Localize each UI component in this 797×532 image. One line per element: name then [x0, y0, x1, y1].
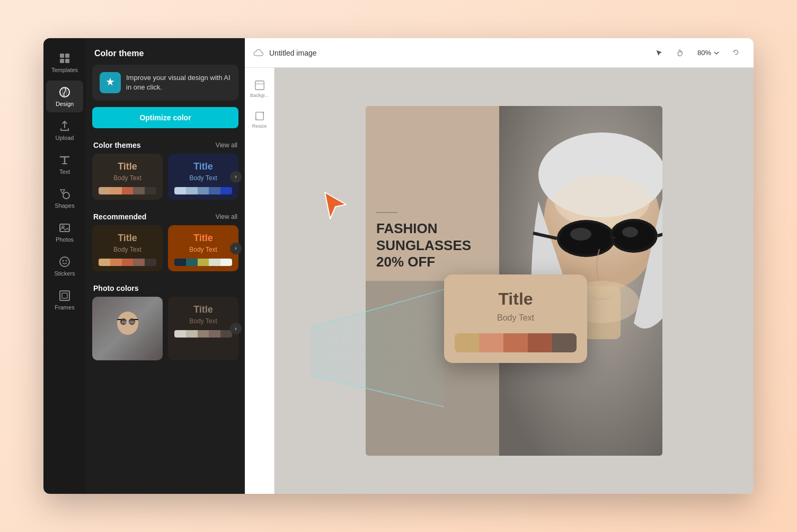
- svg-rect-7: [60, 224, 69, 232]
- frames-icon: [58, 289, 71, 302]
- sidebar-item-templates[interactable]: Templates: [46, 47, 83, 78]
- cursor-tool-button[interactable]: [651, 45, 668, 61]
- theme-card-warm-body: Body Text: [99, 174, 156, 182]
- topbar-left: Untitled image: [253, 48, 644, 58]
- sidebar-item-design[interactable]: Design: [46, 81, 83, 112]
- svg-rect-19: [255, 81, 264, 90]
- chevron-down-icon: [713, 50, 720, 56]
- svg-point-11: [66, 260, 67, 262]
- photo-card-2-title: Title: [174, 304, 232, 315]
- color-themes-title: Color themes: [93, 141, 140, 149]
- svg-point-30: [622, 227, 638, 237]
- swatch: [110, 187, 122, 194]
- canvas-divider: [376, 212, 397, 213]
- tooltip-swatches: [455, 333, 577, 352]
- sidebar-item-frames[interactable]: Frames: [46, 284, 83, 316]
- sidebar-item-upload[interactable]: Upload: [46, 114, 83, 146]
- tooltip-card: Title Body Text: [444, 274, 587, 363]
- photo-colors-title: Photo colors: [93, 284, 139, 292]
- swatch: [209, 187, 220, 194]
- canvas-text-block: FASHIONSUNGLASSES20% OFF: [366, 106, 514, 281]
- canvas-area[interactable]: FASHIONSUNGLASSES20% OFF: [274, 68, 754, 494]
- sidebar-item-stickers[interactable]: Stickers: [46, 250, 83, 282]
- photo-next-arrow[interactable]: ›: [230, 323, 242, 334]
- photo-card-2[interactable]: Title Body Text ›: [168, 297, 238, 360]
- recommended-title: Recommended: [93, 212, 146, 221]
- topbar-right: 80%: [651, 45, 745, 61]
- svg-point-9: [60, 257, 69, 267]
- color-themes-view-all[interactable]: View all: [216, 141, 237, 149]
- photo-colors-header: Photo colors: [86, 280, 245, 297]
- color-themes-grid: Title Body Text Title Body Text: [86, 154, 245, 208]
- main-area: Untitled image 80%: [245, 38, 754, 494]
- shapes-icon: [58, 188, 71, 200]
- cloud-icon: [253, 48, 264, 58]
- themes-next-arrow[interactable]: ›: [230, 171, 242, 183]
- swatch: [133, 259, 145, 266]
- photos-icon: [58, 221, 71, 234]
- tooltip-body: Body Text: [455, 313, 577, 323]
- theme-card-blue[interactable]: Title Body Text ›: [168, 154, 238, 200]
- sidebar-item-photos[interactable]: Photos: [46, 216, 83, 248]
- sidebar-item-shapes[interactable]: Shapes: [46, 182, 83, 214]
- zoom-value: 80%: [697, 49, 711, 57]
- rec-card-warm[interactable]: Title Body Text: [92, 225, 163, 271]
- sidebar: Templates Design Upload Text: [43, 38, 86, 494]
- photo-card-2-body: Body Text: [174, 317, 232, 325]
- theme-card-blue-body: Body Text: [174, 174, 232, 182]
- hand-icon: [676, 49, 685, 57]
- resize-label: Resize: [252, 123, 267, 129]
- swatch: [122, 187, 134, 194]
- swatch: [174, 187, 186, 194]
- tooltip-swatch-3: [503, 333, 528, 352]
- left-panel: Color theme Improve your visual design w…: [86, 38, 245, 494]
- swatch: [99, 187, 110, 194]
- templates-icon: [58, 52, 71, 65]
- sidebar-item-text[interactable]: Text: [46, 148, 83, 180]
- svg-rect-13: [62, 293, 67, 298]
- tooltip-swatch-2: [479, 333, 503, 352]
- theme-card-warm-title: Title: [99, 161, 156, 172]
- photo-card-1[interactable]: [92, 297, 163, 360]
- theme-card-blue-swatches: [174, 187, 232, 194]
- rec-next-arrow[interactable]: ›: [230, 243, 242, 254]
- tooltip-title: Title: [455, 289, 577, 309]
- swatch: [122, 259, 134, 266]
- rec-card-dark-swatches: [174, 259, 232, 266]
- hand-tool-button[interactable]: [672, 45, 689, 61]
- undo-button[interactable]: [728, 45, 745, 61]
- ai-banner-text: Improve your visual design with AI in on…: [126, 73, 231, 92]
- swatch: [209, 330, 220, 338]
- swatch: [110, 259, 122, 266]
- recommended-grid: Title Body Text Title Body Text: [86, 225, 245, 280]
- photo-thumbnail: [92, 297, 163, 360]
- sidebar-label-text: Text: [59, 169, 70, 175]
- rec-card-dark[interactable]: Title Body Text ›: [168, 225, 238, 271]
- color-themes-header: Color themes View all: [86, 137, 245, 154]
- cursor-arrow: [322, 190, 349, 224]
- topbar: Untitled image 80%: [245, 38, 754, 68]
- svg-rect-20: [255, 112, 263, 120]
- swatch: [145, 187, 156, 194]
- optimize-color-button[interactable]: Optimize color: [92, 107, 238, 128]
- swatch: [174, 330, 186, 338]
- swatch: [198, 330, 209, 338]
- upload-icon: [58, 120, 71, 132]
- svg-rect-0: [60, 54, 64, 58]
- undo-icon: [732, 49, 741, 57]
- theme-card-warm[interactable]: Title Body Text: [92, 154, 163, 200]
- ai-banner: Improve your visual design with AI in on…: [92, 65, 238, 101]
- sidebar-label-shapes: Shapes: [55, 202, 74, 209]
- background-tool[interactable]: Backgr...: [248, 74, 271, 103]
- rec-card-dark-body: Body Text: [174, 246, 232, 253]
- rec-card-warm-body: Body Text: [99, 246, 156, 253]
- background-label: Backgr...: [250, 93, 269, 98]
- recommended-view-all[interactable]: View all: [216, 213, 237, 220]
- zoom-control[interactable]: 80%: [693, 47, 724, 59]
- svg-rect-17: [121, 321, 127, 324]
- panel-header: Color theme: [86, 38, 245, 65]
- resize-tool[interactable]: Resize: [248, 105, 271, 134]
- tooltip-swatch-5: [552, 333, 577, 352]
- swatch: [133, 187, 145, 194]
- cursor-arrow-icon: [322, 190, 349, 221]
